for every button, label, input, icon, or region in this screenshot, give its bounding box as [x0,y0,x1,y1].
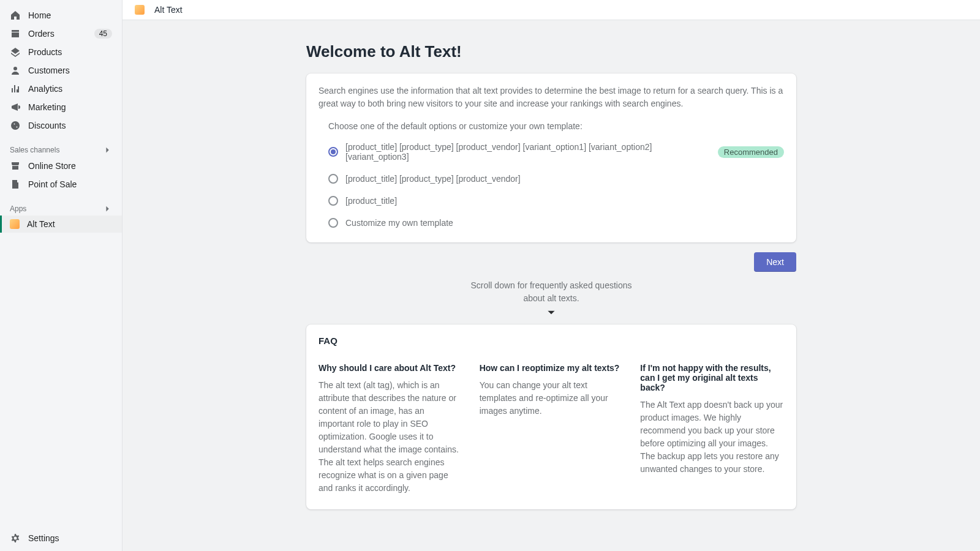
nav-label: Online Store [28,161,76,171]
sidebar-item-online-store[interactable]: Online Store [0,157,122,175]
radio-label: [product_title] [product_type] [product_… [345,142,712,162]
products-icon [10,47,21,58]
nav-label: Alt Text [27,219,55,229]
nav-label: Discounts [28,121,66,130]
scroll-hint-text: Scroll down for frequently asked questio… [470,280,631,303]
nav-apps: Alt Text [0,216,122,233]
recommended-badge: Recommended [718,146,784,158]
nav-channels: Online StorePoint of Sale [0,157,122,193]
nav-label: Products [28,47,62,57]
sidebar-item-products[interactable]: Products [0,43,122,61]
nav-label: Home [28,10,51,20]
radio-icon [328,196,338,206]
settings-link[interactable]: Settings [0,529,122,547]
nav-label: Analytics [28,84,62,94]
sidebar-item-point-of-sale[interactable]: Point of Sale [0,175,122,193]
content: Welcome to Alt Text! Search engines use … [306,20,796,544]
scroll-hint: Scroll down for frequently asked questio… [466,279,637,318]
settings-label: Settings [28,533,59,543]
actions-row: Next [306,252,796,272]
radio-icon [328,218,338,228]
next-button[interactable]: Next [754,252,796,272]
options-block: Choose one of the default options or cus… [306,116,796,242]
apps-header-label: Apps [10,204,26,213]
radio-icon [328,174,338,184]
gear-icon [10,533,21,544]
alttext-app-icon [10,219,20,229]
faq-question: If I'm not happy with the results, can I… [640,357,784,392]
analytics-icon [10,83,21,94]
topbar: Alt Text [123,0,980,20]
sidebar-item-alt-text[interactable]: Alt Text [0,216,122,233]
faq-item-1: How can I reoptimize my alt texts?You ca… [480,357,624,495]
channels-header-label: Sales channels [10,146,59,154]
alttext-app-icon [135,5,145,15]
home-icon [10,10,21,21]
nav-main: HomeOrders45ProductsCustomersAnalyticsMa… [0,6,122,135]
main: Alt Text Welcome to Alt Text! Search eng… [123,0,980,551]
sidebar-item-orders[interactable]: Orders45 [0,24,122,43]
nav-badge: 45 [94,29,112,39]
channels-header[interactable]: Sales channels [0,141,122,157]
faq-card: FAQ Why should I care about Alt Text?The… [306,324,796,509]
faq-item-0: Why should I care about Alt Text?The alt… [318,357,462,495]
faq-title: FAQ [318,335,784,346]
sidebar: HomeOrders45ProductsCustomersAnalyticsMa… [0,0,123,551]
faq-grid: Why should I care about Alt Text?The alt… [318,357,784,495]
template-option-1[interactable]: [product_title] [product_type] [product_… [328,174,784,184]
template-option-0[interactable]: [product_title] [product_type] [product_… [328,142,784,162]
apps-header[interactable]: Apps [0,200,122,216]
sidebar-item-marketing[interactable]: Marketing [0,98,122,116]
customers-icon [10,65,21,76]
nav-label: Orders [28,29,55,39]
sidebar-item-discounts[interactable]: Discounts [0,116,122,135]
radio-label: Customize my own template [345,218,453,228]
template-option-3[interactable]: Customize my own template [328,218,784,228]
sidebar-item-analytics[interactable]: Analytics [0,80,122,98]
nav-label: Point of Sale [28,179,77,189]
faq-answer: The alt text (alt tag), which is an attr… [318,379,462,495]
orders-icon [10,28,21,39]
page-title: Welcome to Alt Text! [306,42,796,61]
template-option-2[interactable]: [product_title] [328,196,784,206]
chevron-right-icon [104,204,112,213]
store-icon [10,160,21,171]
topbar-app-name: Alt Text [154,5,183,15]
radio-label: [product_title] [345,196,397,206]
faq-answer: The Alt Text app doesn't back up your pr… [640,399,784,476]
marketing-icon [10,102,21,113]
faq-question: How can I reoptimize my alt texts? [480,357,624,373]
pos-icon [10,179,21,190]
discounts-icon [10,120,21,131]
card-description: Search engines use the information that … [306,73,796,116]
radio-icon [328,147,338,157]
nav-label: Marketing [28,102,66,112]
sidebar-item-home[interactable]: Home [0,6,122,24]
radio-label: [product_title] [product_type] [product_… [345,174,521,184]
faq-answer: You can change your alt text templates a… [480,379,624,418]
chevron-right-icon [104,146,112,154]
chevron-down-icon [546,307,557,318]
sidebar-item-customers[interactable]: Customers [0,61,122,80]
faq-item-2: If I'm not happy with the results, can I… [640,357,784,495]
template-card: Search engines use the information that … [306,73,796,242]
faq-question: Why should I care about Alt Text? [318,357,462,373]
nav-label: Customers [28,66,70,75]
options-prompt: Choose one of the default options or cus… [328,121,784,131]
